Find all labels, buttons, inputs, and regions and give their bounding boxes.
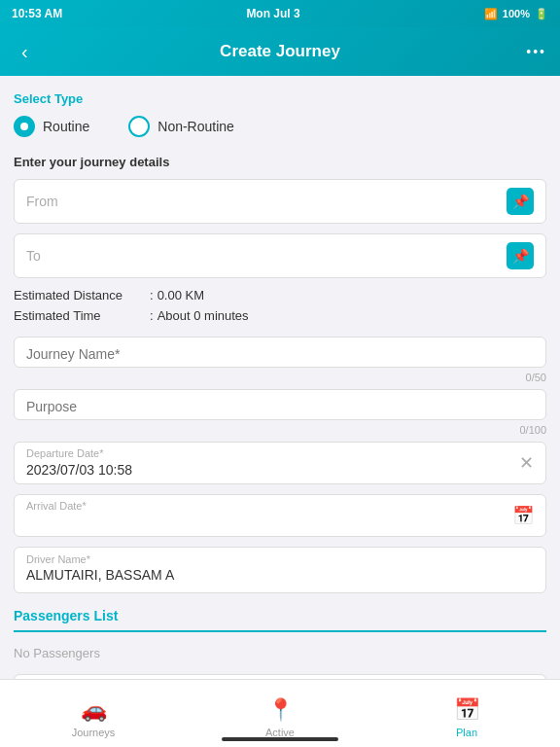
status-date: Mon Jul 3 <box>246 7 299 20</box>
estimated-time-label: Estimated Time <box>14 308 150 323</box>
type-option-routine[interactable]: Routine <box>14 116 89 137</box>
type-option-non-routine[interactable]: Non-Routine <box>128 116 234 137</box>
status-bar: 10:53 AM Mon Jul 3 📶 100% 🔋 <box>0 0 560 27</box>
main-content: Select Type Routine Non-Routine Enter yo… <box>0 76 560 747</box>
purpose-wrapper <box>14 389 546 420</box>
departure-date-input[interactable] <box>26 462 519 478</box>
wifi-icon: 📶 <box>484 8 498 20</box>
departure-date-label: Departure Date* <box>26 447 104 459</box>
driver-name-wrapper: Driver Name* ALMUTAIRI, BASSAM A <box>14 547 546 593</box>
journey-name-wrapper <box>14 337 546 368</box>
radio-non-routine[interactable] <box>128 116 150 137</box>
estimated-time-value: About 0 minutes <box>158 308 249 323</box>
battery-level: 100% <box>503 8 530 19</box>
page-title: Create Journey <box>220 42 340 61</box>
plan-icon: 📅 <box>454 697 480 723</box>
header: ‹ Create Journey ••• <box>0 27 560 76</box>
home-indicator <box>222 737 338 741</box>
estimated-distance-separator: : <box>150 288 154 302</box>
purpose-char-count: 0/100 <box>14 424 546 436</box>
from-input[interactable] <box>26 194 507 209</box>
radio-routine[interactable] <box>14 116 35 137</box>
driver-name-label: Driver Name* <box>26 553 534 565</box>
journey-name-char-count: 0/50 <box>14 372 546 383</box>
journey-name-input[interactable] <box>26 346 534 362</box>
estimated-distance-label: Estimated Distance <box>14 288 150 302</box>
estimated-distance-value: 0.00 KM <box>158 288 204 302</box>
journey-details-label: Enter your journey details <box>14 155 546 169</box>
type-label-routine: Routine <box>43 119 89 134</box>
to-location-icon[interactable]: 📌 <box>507 242 534 269</box>
departure-date-wrapper: Departure Date* ✕ <box>14 442 546 484</box>
nav-item-journeys[interactable]: 🚗 Journeys <box>0 690 187 738</box>
purpose-input[interactable] <box>26 399 534 414</box>
more-options[interactable]: ••• <box>526 44 546 59</box>
status-time: 10:53 AM <box>12 7 62 20</box>
estimated-distance-row: Estimated Distance : 0.00 KM <box>14 288 546 302</box>
to-input[interactable] <box>26 248 507 264</box>
type-selection-row: Routine Non-Routine <box>14 116 546 137</box>
arrival-date-input[interactable] <box>26 515 512 530</box>
passengers-label: Passengers List <box>14 608 118 623</box>
nav-item-plan[interactable]: 📅 Plan <box>373 690 560 738</box>
arrival-date-wrapper: Arrival Date* 📅 <box>14 494 546 537</box>
active-nav-label: Active <box>265 727 295 738</box>
from-location-icon[interactable]: 📌 <box>507 188 534 215</box>
nav-item-active[interactable]: 📍 Active <box>187 690 373 738</box>
no-passengers-text: No Passengers <box>14 642 546 664</box>
to-field-card: 📌 <box>14 233 546 278</box>
passengers-header: Passengers List <box>14 607 546 632</box>
departure-date-clear-icon[interactable]: ✕ <box>519 452 534 474</box>
back-button[interactable]: ‹ <box>14 37 36 67</box>
plan-nav-label: Plan <box>456 727 477 738</box>
arrival-date-calendar-icon[interactable]: 📅 <box>512 505 534 526</box>
journeys-icon: 🚗 <box>81 697 107 723</box>
arrival-date-label: Arrival Date* <box>26 500 87 512</box>
journeys-nav-label: Journeys <box>72 727 116 738</box>
status-icons: 📶 100% 🔋 <box>484 8 548 20</box>
estimated-time-row: Estimated Time : About 0 minutes <box>14 308 546 323</box>
radio-routine-inner <box>20 123 28 130</box>
type-label-non-routine: Non-Routine <box>158 119 234 134</box>
from-field-card: 📌 <box>14 179 546 224</box>
battery-icon: 🔋 <box>535 8 548 20</box>
active-icon: 📍 <box>267 697 294 723</box>
driver-name-value: ALMUTAIRI, BASSAM A <box>26 567 534 583</box>
estimated-time-separator: : <box>150 308 154 323</box>
select-type-label: Select Type <box>14 91 546 106</box>
